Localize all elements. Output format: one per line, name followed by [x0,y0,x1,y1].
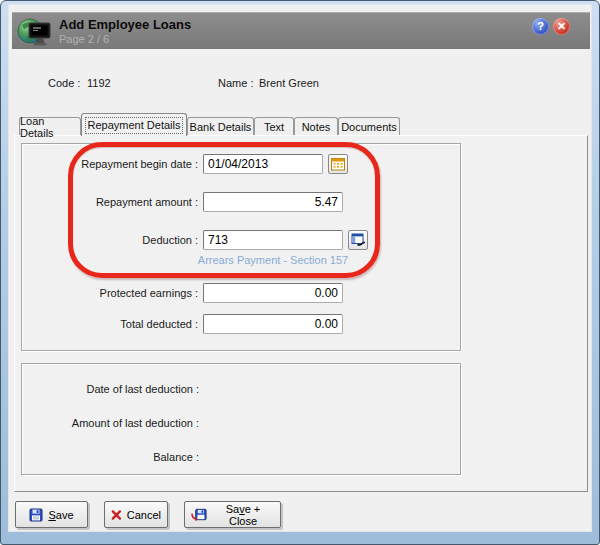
tab-repayment-details[interactable]: Repayment Details [81,113,187,136]
cancel-button[interactable]: Cancel [104,501,168,528]
protected-earnings-label: Protected earnings : [31,287,198,299]
save-floppy-icon [29,508,43,522]
balance-label: Balance : [21,451,199,463]
date-of-last-deduction-label: Date of last deduction : [21,383,199,395]
cancel-x-icon [111,509,122,521]
lookup-window-icon [351,233,366,247]
total-deducted-label: Total deducted : [31,318,198,330]
tab-text[interactable]: Text [254,117,294,135]
calendar-picker-button[interactable] [328,154,348,174]
amount-of-last-deduction-label: Amount of last deduction : [21,417,199,429]
cancel-button-label: Cancel [127,509,161,521]
dialog-page-indicator: Page 2 / 6 [59,33,109,45]
deduction-description: Arrears Payment - Section 157 [183,254,363,266]
titlebar[interactable]: Add Employee Loans Page 2 / 6 ? ✕ [12,12,590,49]
deduction-label: Deduction : [31,234,198,246]
save-button[interactable]: Save [15,501,88,528]
save-button-label: Save [48,509,73,521]
save-close-button-label: Save + Close [212,503,274,527]
repayment-begin-date-input[interactable] [203,154,323,174]
protected-earnings-input[interactable] [203,283,343,303]
tab-notes[interactable]: Notes [294,117,338,135]
code-value: 1192 [87,77,111,89]
deduction-lookup-button[interactable] [348,230,368,250]
save-close-floppy-arrow-icon [191,508,207,522]
code-label: Code : [48,77,80,89]
tab-loan-details[interactable]: Loan Details [19,117,81,135]
deduction-input[interactable] [203,230,343,250]
app-globe-monitor-icon [16,13,54,51]
help-button[interactable]: ? [532,18,549,35]
add-employee-loans-dialog: Add Employee Loans Page 2 / 6 ? ✕ Code :… [0,0,600,545]
total-deducted-input[interactable] [203,314,343,334]
tab-repayment-details-label: Repayment Details [88,119,181,131]
name-value: Brent Green [259,77,319,89]
save-close-button[interactable]: Save + Close [184,501,281,528]
dialog-title: Add Employee Loans [59,17,191,32]
tab-documents[interactable]: Documents [338,117,400,135]
name-label: Name : [218,77,253,89]
repayment-amount-label: Repayment amount : [31,196,198,208]
calendar-icon [331,157,345,171]
repayment-begin-date-label: Repayment begin date : [31,158,198,170]
repayment-amount-input[interactable] [203,192,343,212]
close-button[interactable]: ✕ [553,18,570,35]
tab-bank-details[interactable]: Bank Details [187,117,254,135]
